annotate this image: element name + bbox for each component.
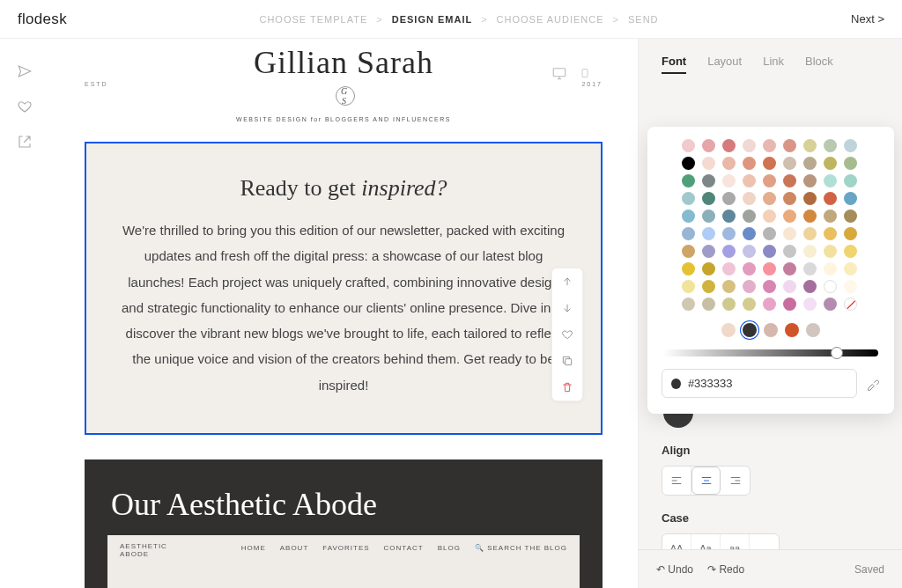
hex-text-input[interactable]	[688, 377, 847, 390]
color-swatch[interactable]	[844, 298, 857, 311]
move-down-button[interactable]	[552, 295, 582, 321]
color-swatch[interactable]	[844, 192, 857, 205]
tab-block[interactable]: Block	[805, 55, 833, 74]
heart-icon[interactable]	[17, 99, 33, 114]
color-swatch[interactable]	[682, 262, 695, 276]
color-swatch[interactable]	[783, 245, 796, 258]
move-up-button[interactable]	[552, 268, 582, 295]
color-swatch[interactable]	[824, 227, 837, 240]
color-swatch[interactable]	[763, 280, 776, 293]
color-swatch[interactable]	[722, 298, 736, 311]
next-button[interactable]: Next >	[851, 12, 884, 26]
color-swatch[interactable]	[844, 262, 857, 276]
color-swatch[interactable]	[783, 174, 796, 187]
color-swatch[interactable]	[722, 227, 736, 240]
color-swatch[interactable]	[803, 157, 817, 170]
color-swatch[interactable]	[722, 209, 736, 223]
color-swatch[interactable]	[783, 139, 796, 152]
color-swatch[interactable]	[743, 139, 756, 152]
color-swatch[interactable]	[702, 298, 715, 311]
color-swatch[interactable]	[682, 245, 695, 258]
color-swatch[interactable]	[824, 157, 837, 170]
color-swatch[interactable]	[824, 298, 837, 311]
step-choose-audience[interactable]: CHOOSE AUDIENCE	[497, 14, 604, 25]
color-swatch[interactable]	[682, 280, 695, 293]
color-swatch[interactable]	[824, 280, 837, 293]
step-send[interactable]: SEND	[628, 14, 659, 25]
selected-text-block[interactable]: Ready to get inspired? We're thrilled to…	[85, 142, 603, 435]
color-swatch[interactable]	[824, 174, 837, 187]
color-swatch[interactable]	[682, 209, 695, 223]
logo-block[interactable]: Gillian Sarah ESTD G S 2017 WEBSITE DESI…	[85, 39, 603, 136]
color-swatch[interactable]	[824, 209, 837, 223]
color-swatch[interactable]	[783, 227, 796, 240]
mobile-icon[interactable]	[580, 65, 590, 81]
color-swatch[interactable]	[702, 262, 715, 276]
color-swatch[interactable]	[763, 227, 776, 240]
color-swatch[interactable]	[702, 174, 715, 187]
color-swatch[interactable]	[844, 245, 857, 258]
color-swatch[interactable]	[824, 192, 837, 205]
color-swatch[interactable]	[803, 298, 817, 311]
delete-button[interactable]	[552, 374, 582, 401]
favorite-button[interactable]	[552, 321, 582, 348]
color-swatch[interactable]	[803, 139, 817, 152]
color-swatch[interactable]	[722, 245, 736, 258]
recent-color-swatch[interactable]	[785, 323, 799, 337]
color-swatch[interactable]	[844, 139, 857, 152]
color-swatch[interactable]	[844, 209, 857, 223]
color-swatch[interactable]	[722, 157, 736, 170]
color-swatch[interactable]	[803, 280, 817, 293]
brand-logo[interactable]: flodesk	[18, 11, 67, 28]
recent-color-swatch[interactable]	[743, 323, 757, 337]
color-swatch[interactable]	[803, 245, 817, 258]
color-swatch[interactable]	[763, 298, 776, 311]
color-swatch[interactable]	[824, 245, 837, 258]
recent-color-swatch[interactable]	[764, 323, 778, 337]
color-swatch[interactable]	[743, 298, 756, 311]
color-swatch[interactable]	[682, 298, 695, 311]
color-swatch[interactable]	[803, 209, 817, 223]
color-swatch[interactable]	[763, 209, 776, 223]
color-swatch[interactable]	[743, 227, 756, 240]
slider-knob[interactable]	[831, 347, 843, 359]
color-swatch[interactable]	[743, 262, 756, 276]
color-swatch[interactable]	[803, 192, 817, 205]
color-swatch[interactable]	[702, 139, 715, 152]
color-swatch[interactable]	[702, 245, 715, 258]
color-swatch[interactable]	[783, 157, 796, 170]
color-swatch[interactable]	[743, 192, 756, 205]
color-swatch[interactable]	[783, 192, 796, 205]
recent-color-swatch[interactable]	[806, 323, 820, 337]
color-swatch[interactable]	[763, 192, 776, 205]
step-design-email[interactable]: DESIGN EMAIL	[392, 14, 472, 25]
image-block[interactable]: Our Aesthetic Abode AESTHETIC ABODE HOME…	[85, 459, 603, 588]
color-swatch[interactable]	[682, 139, 695, 152]
color-swatch[interactable]	[763, 245, 776, 258]
color-swatch[interactable]	[824, 262, 837, 276]
color-swatch[interactable]	[844, 280, 857, 293]
external-link-icon[interactable]	[17, 134, 33, 150]
step-choose-template[interactable]: CHOOSE TEMPLATE	[259, 14, 367, 25]
tab-link[interactable]: Link	[763, 55, 784, 74]
recent-color-swatch[interactable]	[721, 323, 736, 337]
align-right-button[interactable]	[721, 467, 750, 495]
color-swatch[interactable]	[743, 157, 756, 170]
redo-button[interactable]: ↷ Redo	[707, 563, 744, 576]
brightness-slider[interactable]	[663, 349, 878, 356]
tab-font[interactable]: Font	[662, 55, 686, 74]
color-swatch[interactable]	[682, 174, 695, 187]
color-swatch[interactable]	[702, 209, 715, 223]
align-center-button[interactable]	[691, 467, 721, 495]
color-swatch[interactable]	[824, 139, 837, 152]
undo-button[interactable]: ↶ Undo	[656, 563, 693, 576]
color-swatch[interactable]	[722, 192, 736, 205]
color-swatch[interactable]	[682, 227, 695, 240]
color-swatch[interactable]	[743, 280, 756, 293]
color-swatch[interactable]	[763, 262, 776, 276]
color-swatch[interactable]	[783, 280, 796, 293]
color-swatch[interactable]	[743, 174, 756, 187]
color-swatch[interactable]	[702, 227, 715, 240]
desktop-icon[interactable]	[551, 65, 567, 81]
color-swatch[interactable]	[783, 262, 796, 276]
